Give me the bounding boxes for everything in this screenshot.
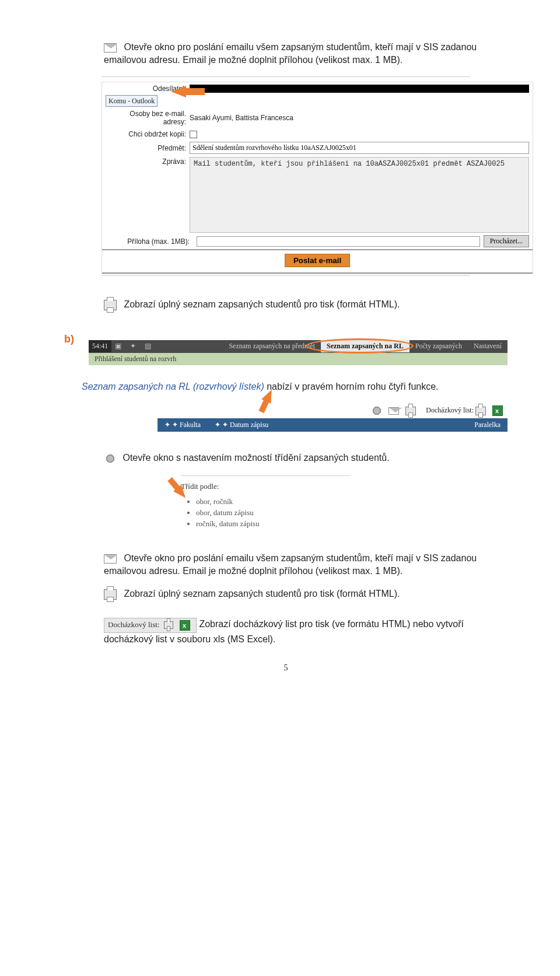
col-paralelka[interactable]: Paralelka <box>467 418 508 432</box>
sort-title: Třídit podle: <box>181 482 350 491</box>
doch-paragraph: Docházkový list: Zobrazí docházkový list… <box>104 618 496 646</box>
mini-icons: ▣ ✦ ▤ <box>111 340 158 352</box>
sort-options: Třídit podle: obor, ročník obor, datum z… <box>181 475 350 529</box>
gear-paragraph: Otevře okno s nastavením možností tříděn… <box>104 452 496 465</box>
timer: 54:41 <box>89 340 111 352</box>
intro-paragraph-2: Otevře okno pro poslání emailu všem zaps… <box>104 552 496 577</box>
sort-opt-1[interactable]: obor, ročník <box>196 497 350 506</box>
tab-bar: 54:41 ▣ ✦ ▤ Seznam zapsaných na předmět … <box>89 340 508 353</box>
tab-nastaveni[interactable]: Nastavení <box>468 340 508 352</box>
message-textarea[interactable]: Mail studentům, kteří jsou přihlášeni na… <box>190 157 529 233</box>
sort-opt-3[interactable]: ročník, datum zápisu <box>196 519 350 529</box>
doch-label: Docházkový list: <box>108 620 159 629</box>
envelope-icon <box>104 554 117 564</box>
envelope-icon <box>104 43 117 53</box>
text: Otevře okno pro poslání emailu všem zaps… <box>104 553 477 576</box>
send-button[interactable]: Poslat e-mail <box>285 254 350 267</box>
label-noemail: Osoby bez e-mail. adresy: <box>102 108 190 128</box>
icon-row: Docházkový list: <box>158 403 508 418</box>
intro-paragraph-1: Otevře okno pro poslání emailu všem zaps… <box>104 41 496 66</box>
blue-sentence: Seznam zapsaných na RL (rozvrhový lístek… <box>82 380 508 393</box>
gear-icon[interactable] <box>370 404 383 417</box>
blue-italic-part: Seznam zapsaných na RL (rozvrhový lístek… <box>82 382 267 391</box>
print-icon <box>104 589 117 600</box>
print-icon[interactable] <box>164 621 173 629</box>
label-cc: Chci obdržet kopii: <box>102 128 190 140</box>
text: Zobrazí úplný seznam zapsaných studentů … <box>121 299 400 309</box>
text: Otevře okno s nastavením možností tříděn… <box>120 453 390 463</box>
print-icon-2[interactable] <box>475 407 486 415</box>
email-form: Odesílatel: Komu - Outlook Osoby bez e-m… <box>102 82 533 274</box>
to-select[interactable]: Komu - Outlook <box>106 95 158 107</box>
pointer-arrow-icon <box>171 86 186 97</box>
col-fakulta[interactable]: ✦ ✦ Fakulta <box>158 418 208 432</box>
envelope-icon[interactable] <box>388 407 399 415</box>
tab-pocty[interactable]: Počty zapsaných <box>410 340 468 352</box>
pointer-arrow-tail <box>185 88 205 95</box>
noemail-value: Sasaki Ayumi, Battista Francesca <box>190 113 533 123</box>
gear-icon <box>104 452 117 465</box>
browse-button[interactable]: Procházet... <box>484 235 529 247</box>
redacted-sender <box>190 85 529 93</box>
label-subject: Předmět: <box>102 142 190 154</box>
bullet-b: b) <box>64 331 89 345</box>
page-number: 5 <box>64 663 508 673</box>
label-attach: Příloha (max. 1MB): <box>106 236 193 247</box>
sort-opt-2[interactable]: obor, datum zápisu <box>196 508 350 517</box>
print-paragraph-1: Zobrazí úplný seznam zapsaných studentů … <box>104 298 496 311</box>
xls-icon[interactable] <box>180 620 190 631</box>
label-msg: Zpráva: <box>102 156 190 167</box>
print-paragraph-2: Zobrazí úplný seznam zapsaných studentů … <box>104 587 496 600</box>
doch-label-inline: Docházkový list: <box>426 406 474 414</box>
column-header-bar: ✦ ✦ Fakulta ✦ ✦ Datum zápisu Paralelka <box>158 418 508 432</box>
col-datum[interactable]: ✦ ✦ Datum zápisu <box>208 418 275 432</box>
text: Zobrazí úplný seznam zapsaných studentů … <box>121 589 400 599</box>
subject-input[interactable] <box>190 142 529 154</box>
doch-box: Docházkový list: <box>104 618 197 633</box>
rest: nabízí v pravém horním rohu čtyři funkce… <box>267 382 438 391</box>
xls-icon[interactable] <box>492 405 503 416</box>
tab-subtitle: Přihlášení studentů na rozvrh <box>89 353 508 365</box>
print-icon <box>104 300 117 310</box>
cc-checkbox[interactable] <box>190 131 197 138</box>
print-icon[interactable] <box>405 407 416 415</box>
text: Otevře okno pro poslání emailu všem zaps… <box>104 42 477 65</box>
attach-input[interactable] <box>197 236 480 247</box>
highlight-oval-icon <box>306 338 414 354</box>
